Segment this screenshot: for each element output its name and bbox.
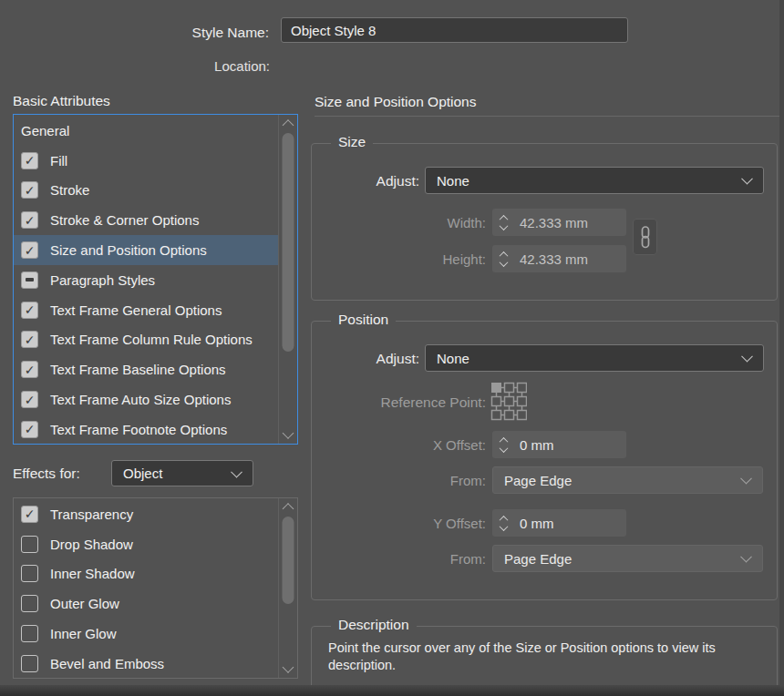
link-width-height-button[interactable]: [633, 219, 657, 255]
scroll-up-icon[interactable]: [283, 119, 294, 131]
checkbox-unchecked-icon[interactable]: [21, 565, 38, 582]
list-item[interactable]: ✓Size and Position Options: [14, 235, 278, 265]
dialog-bottom-edge: [0, 685, 784, 696]
checkbox-checked-icon[interactable]: ✓: [21, 506, 38, 523]
from-y-label: From:: [365, 551, 486, 567]
stepper-arrows-icon[interactable]: [492, 516, 514, 531]
scroll-up-icon[interactable]: [283, 503, 294, 515]
list-item[interactable]: ✓Transparency: [14, 499, 278, 529]
checkbox-checked-icon[interactable]: ✓: [21, 361, 38, 378]
list-item[interactable]: Drop Shadow: [14, 529, 278, 559]
list-item[interactable]: ✓Text Frame Footnote Options: [14, 415, 278, 445]
checkbox-unchecked-icon[interactable]: [21, 536, 38, 553]
list-item[interactable]: ✓Text Frame General Options: [14, 295, 278, 325]
checkbox-unchecked-icon[interactable]: [21, 655, 38, 672]
from-y-value: Page Edge: [504, 551, 572, 567]
effects-list: ✓TransparencyDrop ShadowInner ShadowOute…: [13, 497, 298, 679]
checkbox-checked-icon[interactable]: ✓: [21, 421, 38, 438]
from-x-label: From:: [365, 473, 486, 488]
checkbox-checked-icon[interactable]: ✓: [21, 181, 38, 199]
stepper-arrows-icon[interactable]: [492, 251, 514, 267]
checkbox-mixed-icon[interactable]: [21, 271, 38, 289]
size-adjust-value: None: [437, 173, 469, 189]
list-item-label: Text Frame Baseline Options: [50, 362, 226, 377]
effects-scrollbar[interactable]: [278, 498, 297, 678]
list-item[interactable]: ✓Stroke: [14, 176, 278, 206]
checkbox-checked-icon[interactable]: ✓: [21, 152, 38, 169]
checkbox-checked-icon[interactable]: ✓: [21, 211, 38, 229]
list-item-label: Stroke: [50, 182, 89, 198]
scrollbar-thumb[interactable]: [283, 517, 294, 604]
scroll-down-icon[interactable]: [283, 661, 294, 673]
list-item[interactable]: ✓Stroke & Corner Options: [14, 205, 278, 235]
title-divider: [315, 116, 784, 117]
width-value[interactable]: 42.333 mm: [514, 215, 588, 230]
x-offset-stepper[interactable]: 0 mm: [492, 431, 626, 458]
mixed-dash-icon: [26, 278, 34, 281]
size-adjust-dropdown[interactable]: None: [425, 167, 764, 194]
reference-point-selector[interactable]: [490, 382, 527, 422]
effects-for-value: Object: [123, 466, 162, 481]
list-item[interactable]: Inner Glow: [14, 619, 278, 649]
x-offset-value[interactable]: 0 mm: [514, 437, 554, 453]
checkbox-checked-icon[interactable]: ✓: [21, 302, 38, 319]
height-stepper[interactable]: 42.333 mm: [492, 245, 626, 272]
list-item-label: Size and Position Options: [50, 242, 207, 258]
dialog-right-edge: [779, 0, 784, 696]
basic-attributes-scrollbar[interactable]: [278, 115, 297, 444]
list-item[interactable]: General: [14, 116, 278, 146]
checkbox-checked-icon[interactable]: ✓: [21, 331, 38, 348]
scroll-down-icon[interactable]: [283, 427, 294, 439]
list-item[interactable]: ✓Fill: [14, 146, 278, 176]
list-item-label: Text Frame General Options: [50, 302, 222, 318]
chevron-down-icon: [231, 466, 242, 477]
checkbox-checked-icon[interactable]: ✓: [21, 391, 38, 408]
list-item-label: Drop Shadow: [50, 537, 133, 552]
height-value[interactable]: 42.333 mm: [514, 251, 588, 267]
from-x-dropdown[interactable]: Page Edge: [492, 466, 763, 494]
chevron-down-icon: [740, 473, 752, 485]
from-x-value: Page Edge: [504, 473, 572, 488]
list-item[interactable]: Inner Shadow: [14, 559, 278, 589]
basic-attributes-title: Basic Attributes: [13, 93, 110, 109]
list-item[interactable]: Outer Glow: [14, 589, 278, 619]
chevron-down-icon: [741, 351, 753, 363]
list-item-label: Outer Glow: [50, 596, 119, 611]
list-item[interactable]: Paragraph Styles: [14, 265, 278, 295]
from-y-dropdown[interactable]: Page Edge: [492, 545, 763, 572]
checkbox-unchecked-icon[interactable]: [21, 625, 38, 642]
reference-point-selected: [491, 383, 501, 393]
chevron-down-icon: [740, 551, 752, 563]
position-adjust-dropdown[interactable]: None: [425, 344, 764, 372]
description-group-legend: Description: [331, 617, 417, 633]
list-item-label: Inner Shadow: [50, 566, 135, 581]
effects-rows: ✓TransparencyDrop ShadowInner ShadowOute…: [14, 498, 278, 678]
list-item[interactable]: ✓Text Frame Auto Size Options: [14, 384, 278, 415]
width-stepper[interactable]: 42.333 mm: [492, 209, 626, 236]
style-name-label: Style Name:: [55, 25, 269, 41]
y-offset-value[interactable]: 0 mm: [514, 516, 554, 531]
chevron-down-icon: [741, 173, 753, 185]
location-label: Location:: [55, 58, 270, 74]
y-offset-stepper[interactable]: 0 mm: [492, 509, 626, 537]
object-style-options-dialog: Style Name: Location: Basic Attributes G…: [0, 0, 784, 696]
panel-title: Size and Position Options: [315, 94, 477, 110]
scrollbar-thumb[interactable]: [283, 133, 294, 352]
style-name-input[interactable]: [281, 17, 628, 43]
x-offset-label: X Offset:: [365, 437, 486, 453]
position-adjust-label: Adjust:: [328, 351, 419, 367]
list-item-label: Paragraph Styles: [50, 272, 155, 288]
checkbox-checked-icon[interactable]: ✓: [21, 241, 38, 259]
effects-for-dropdown[interactable]: Object: [111, 460, 253, 486]
stepper-arrows-icon[interactable]: [492, 215, 514, 230]
basic-attributes-list: General✓Fill✓Stroke✓Stroke & Corner Opti…: [13, 114, 298, 445]
list-item[interactable]: ✓Text Frame Column Rule Options: [14, 325, 278, 355]
stepper-arrows-icon[interactable]: [492, 437, 514, 453]
height-label: Height:: [383, 251, 486, 267]
width-label: Width:: [383, 215, 486, 230]
list-item[interactable]: Bevel and Emboss: [14, 649, 278, 679]
list-item-label: General: [21, 123, 69, 138]
position-adjust-value: None: [437, 351, 469, 366]
checkbox-unchecked-icon[interactable]: [21, 595, 38, 612]
list-item[interactable]: ✓Text Frame Baseline Options: [14, 354, 278, 384]
